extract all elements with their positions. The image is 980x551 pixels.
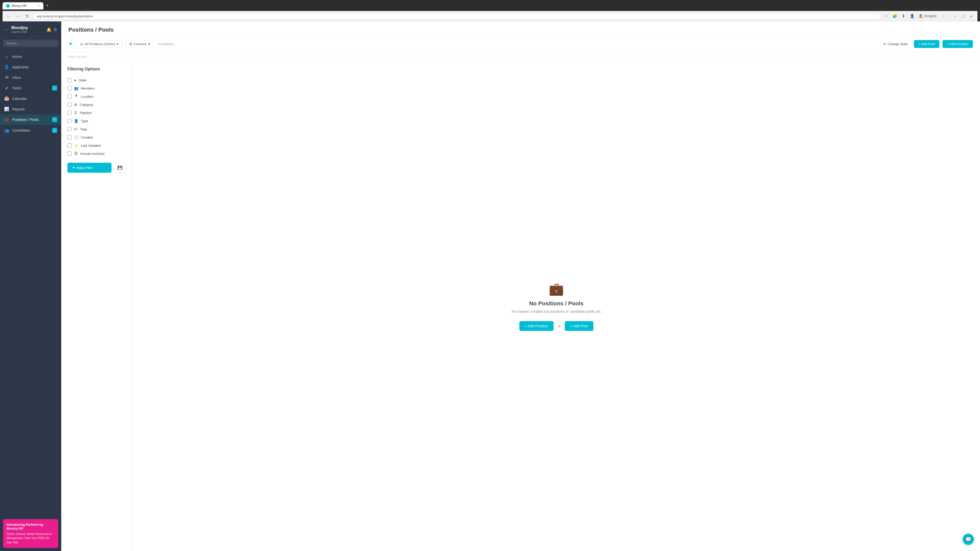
notifications-icon[interactable]: 🔔: [46, 27, 52, 32]
change-state-btn[interactable]: ⇄ Change State: [880, 40, 911, 48]
empty-add-pool-btn[interactable]: + Add Pool: [565, 321, 593, 331]
positions-filter-dropdown[interactable]: 🗂 All Positions (Admin) ▾: [76, 40, 123, 48]
sidebar-item-positions-pools[interactable]: 💼 Positions / Pools +: [0, 114, 61, 125]
sidebar-item-tasks[interactable]: ✔ Tasks +: [0, 83, 61, 94]
state-label: State: [79, 78, 86, 82]
brand-name: Moodjoy: [11, 25, 44, 30]
menu-btn[interactable]: ⋮: [940, 13, 947, 20]
empty-icon: 💼: [549, 282, 564, 296]
type-checkbox[interactable]: [67, 119, 72, 123]
members-checkbox[interactable]: [67, 86, 72, 90]
chat-bubble[interactable]: 💬: [963, 534, 974, 545]
filter-toggle-btn[interactable]: ▼: [68, 41, 73, 47]
filter-option-last-updated[interactable]: ⚡ Last Updated: [67, 141, 126, 149]
minimize-btn[interactable]: −: [951, 13, 959, 20]
sidebar-item-applicants[interactable]: 👤 Applicants: [0, 62, 61, 72]
filter-dropdown-label: All Positions (Admin): [85, 42, 115, 46]
address-bar[interactable]: app.breezy.hr/app/c/moodjoy/positions: [33, 13, 880, 19]
empty-state: 💼 No Positions / Pools You haven't creat…: [133, 62, 980, 551]
add-pool-btn[interactable]: + Add Pool: [914, 40, 939, 48]
add-position-label: + Add Position: [947, 42, 968, 46]
empty-add-position-label: + Add Position: [525, 324, 548, 328]
positions-icon: 💼: [4, 118, 9, 122]
apply-filter-label: ▼ Apply Filter: [72, 166, 93, 170]
sidebar-search[interactable]: [0, 37, 61, 49]
tasks-badge[interactable]: +: [52, 86, 57, 91]
active-tab[interactable]: Breezy HR ×: [3, 2, 43, 10]
search-input[interactable]: [3, 40, 58, 47]
sidebar-item-candidates[interactable]: 👥 Candidates +: [0, 125, 61, 136]
address-text: app.breezy.hr/app/c/moodjoy/positions: [37, 14, 93, 18]
filter-text-bar[interactable]: [61, 52, 980, 62]
main-header: Positions / Pools: [61, 21, 980, 37]
filter-panel-title: Filtering Options: [67, 67, 126, 71]
sidebar-item-inbox[interactable]: ✉ Inbox: [0, 72, 61, 83]
save-filter-btn[interactable]: 💾: [114, 163, 126, 173]
include-archived-checkbox[interactable]: [67, 151, 72, 156]
filter-option-include-archived[interactable]: 🗄 Include Archived: [67, 149, 126, 158]
last-updated-label: Last Updated: [81, 144, 100, 148]
location-label: Location: [81, 95, 94, 98]
filter-option-created[interactable]: 🕐 Created: [67, 133, 126, 141]
window-controls: − □ ×: [951, 13, 975, 20]
add-position-btn[interactable]: + Add Position: [942, 40, 973, 48]
filter-panel: Filtering Options ● State 👥 Members 📍 Lo…: [61, 62, 133, 551]
state-checkbox[interactable]: [67, 78, 72, 82]
empty-add-position-btn[interactable]: + Add Position: [519, 321, 554, 331]
content-area: Filtering Options ● State 👥 Members 📍 Lo…: [61, 62, 980, 551]
maximize-btn[interactable]: □: [959, 13, 967, 20]
reload-btn[interactable]: ↻: [24, 13, 30, 20]
positions-badge[interactable]: +: [52, 117, 57, 122]
profile-btn[interactable]: 👤: [908, 13, 916, 20]
last-updated-checkbox[interactable]: [67, 143, 72, 148]
reports-icon: 📊: [4, 106, 9, 111]
forward-btn[interactable]: →: [14, 13, 21, 20]
location-icon: 📍: [74, 94, 78, 98]
download-btn[interactable]: ⬇: [900, 13, 907, 20]
toolbar: ▼ 🗂 All Positions (Admin) ▾ ⊞ Columns ▾ …: [61, 37, 980, 52]
sidebar-item-calendar[interactable]: 📅 Calendar: [0, 94, 61, 104]
filter-option-category[interactable]: ⊞ Category: [67, 100, 126, 109]
filter-option-location[interactable]: 📍 Location: [67, 92, 126, 100]
tab-close-btn[interactable]: ×: [38, 4, 40, 8]
category-icon: ⊞: [74, 103, 77, 106]
filter-text-input[interactable]: [68, 55, 973, 59]
settings-icon[interactable]: ⚙: [54, 27, 57, 32]
members-label: Members: [81, 86, 95, 90]
bookmark-btn[interactable]: ☆: [883, 13, 890, 20]
category-checkbox[interactable]: [67, 103, 72, 106]
filter-option-state[interactable]: ● State: [67, 76, 126, 84]
filter-option-members[interactable]: 👥 Members: [67, 84, 126, 92]
columns-dropdown[interactable]: ⊞ Columns ▾: [126, 40, 154, 48]
apply-filter-btn[interactable]: ▼ Apply Filter: [67, 163, 111, 173]
promo-banner[interactable]: Introducing Perform by Breezy HR Faster,…: [3, 519, 58, 548]
filter-option-tags[interactable]: 🏷 Tags: [67, 125, 126, 133]
sidebar-item-home[interactable]: ⌂ Home: [0, 52, 61, 62]
sidebar-back-btn[interactable]: ←: [4, 27, 9, 32]
close-window-btn[interactable]: ×: [968, 13, 975, 20]
filter-option-type[interactable]: 👤 Type: [67, 117, 126, 125]
candidates-badge[interactable]: +: [52, 128, 57, 133]
browser-tabs: Breezy HR × +: [3, 2, 977, 10]
tasks-icon: ✔: [4, 86, 9, 91]
state-icon: ●: [74, 78, 76, 82]
pipeline-checkbox[interactable]: [67, 111, 72, 115]
sidebar-item-label: Home: [12, 55, 57, 59]
created-checkbox[interactable]: [67, 135, 72, 139]
sidebar-item-reports[interactable]: 📊 Reports: [0, 104, 61, 114]
tags-checkbox[interactable]: [67, 127, 72, 131]
new-tab-btn[interactable]: +: [44, 2, 51, 10]
pipeline-icon: ☰: [74, 111, 77, 115]
type-icon: 👤: [74, 119, 78, 123]
extensions-btn[interactable]: 🧩: [891, 13, 898, 20]
columns-chevron-icon: ▾: [148, 42, 150, 46]
filter-option-pipeline[interactable]: ☰ Pipeline: [67, 109, 126, 117]
sidebar-item-label: Applicants: [12, 65, 57, 69]
sidebar-item-label: Tasks: [12, 86, 49, 90]
location-checkbox[interactable]: [67, 94, 72, 98]
category-label: Category: [80, 103, 93, 106]
incognito-badge[interactable]: 🕵 Incognito: [917, 14, 939, 18]
back-btn[interactable]: ←: [5, 13, 12, 20]
empty-actions: + Add Position or + Add Pool: [519, 321, 593, 331]
positions-count: 0 positions: [158, 42, 174, 46]
